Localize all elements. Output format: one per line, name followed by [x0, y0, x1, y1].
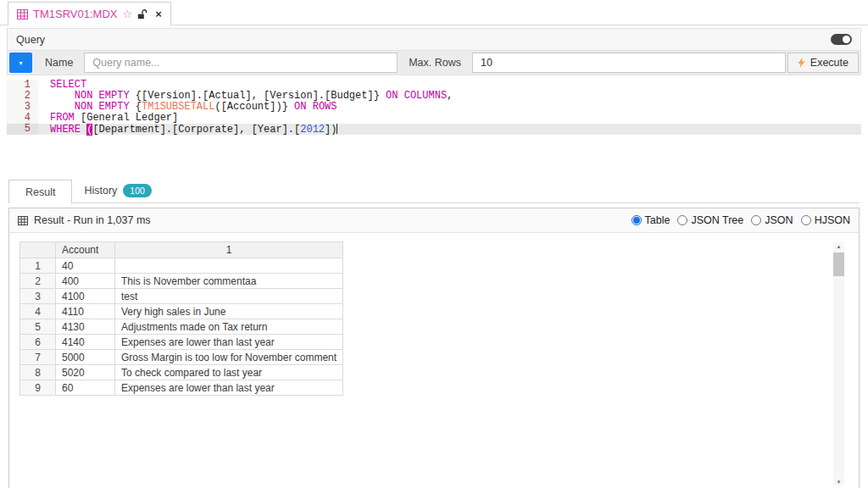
favorite-star-icon[interactable]: ☆ — [122, 8, 132, 20]
column-header: 1 — [115, 242, 343, 258]
view-option-label: JSON — [765, 214, 793, 226]
code-token: { — [130, 101, 142, 113]
table-row[interactable]: 54130Adjustments made on Tax return — [20, 319, 343, 335]
code-text: WHERE ([Department].[Corporate], [Year].… — [38, 124, 337, 135]
execute-button-label: Execute — [810, 57, 849, 69]
view-option-label: JSON Tree — [691, 214, 743, 226]
code-token: {[Version].[Actual], [Version].[Budget]} — [130, 90, 386, 102]
line-number: 3 — [7, 102, 38, 113]
comment-cell: Very high sales in June — [115, 304, 343, 319]
code-token: ON COLUMNS — [386, 90, 447, 102]
row-number-cell: 4 — [20, 304, 56, 319]
scrollbar-thumb[interactable] — [833, 252, 844, 276]
lightning-bolt-icon — [798, 58, 805, 68]
column-header — [20, 242, 56, 258]
result-run-time: Result - Run in 1,037 ms — [34, 214, 151, 226]
code-token: 2012 — [300, 124, 325, 136]
query-section-header: Query — [7, 28, 861, 51]
table-grid-icon — [17, 9, 28, 19]
code-token: NON EMPTY — [75, 101, 130, 113]
tab-result[interactable]: Result — [8, 180, 72, 203]
view-option-hjson[interactable]: HJSON — [801, 214, 850, 226]
code-token: , — [447, 90, 453, 102]
scroll-down-icon[interactable]: ▼ — [833, 478, 844, 485]
document-tab[interactable]: TM1SRV01:MDX ☆ × — [8, 2, 171, 25]
table-row[interactable]: 85020To check compared to last year — [20, 365, 343, 380]
row-number-cell: 9 — [20, 380, 56, 396]
code-token: WHERE — [50, 124, 81, 136]
query-name-input[interactable] — [84, 53, 398, 73]
comment-cell: Adjustments made on Tax return — [115, 319, 343, 335]
code-line: 5WHERE ([Department].[Corporate], [Year]… — [7, 124, 861, 135]
radio-icon — [751, 215, 761, 225]
code-token: [General Ledger] — [75, 112, 178, 124]
chevron-down-icon: ▾ — [19, 59, 22, 67]
code-token — [50, 90, 75, 102]
query-panel-toggle[interactable] — [831, 34, 852, 45]
result-view-switcher: TableJSON TreeJSONHJSON — [624, 214, 850, 226]
code-token: NON EMPTY — [75, 90, 130, 102]
document-tab-bar: TM1SRV01:MDX ☆ × — [0, 0, 868, 25]
account-cell: 60 — [56, 380, 115, 396]
max-rows-label: Max. Rows — [398, 53, 472, 73]
code-token: ON ROWS — [294, 101, 337, 113]
max-rows-input[interactable] — [472, 53, 786, 73]
table-row[interactable]: 64140Expenses are lower than last year — [20, 335, 343, 350]
view-option-table[interactable]: Table — [632, 214, 670, 226]
table-row[interactable]: 34100test — [20, 289, 343, 304]
comment-cell: Gross Margin is too low for November com… — [115, 350, 343, 365]
view-option-json[interactable]: JSON — [751, 214, 793, 226]
table-row[interactable]: 44110Very high sales in June — [20, 304, 343, 319]
table-grid-icon — [18, 216, 28, 225]
code-token: TM1SUBSETALL — [142, 101, 214, 113]
row-number-cell: 5 — [20, 319, 56, 335]
result-tab-bar: Result History 100 — [8, 179, 860, 203]
account-cell: 4100 — [56, 289, 115, 304]
table-row[interactable]: 140 — [20, 258, 343, 274]
line-number: 2 — [7, 91, 38, 102]
query-section-title: Query — [16, 34, 45, 46]
code-line: 4FROM [General Ledger] — [7, 113, 861, 124]
execute-button[interactable]: Execute — [787, 53, 859, 73]
radio-icon — [801, 215, 811, 225]
row-number-cell: 7 — [20, 350, 56, 365]
comment-cell: test — [115, 289, 343, 304]
account-cell: 400 — [56, 274, 115, 289]
row-number-cell: 6 — [20, 335, 56, 350]
close-icon[interactable]: × — [155, 8, 162, 20]
result-table-body: 1402400This is November commentaa34100te… — [20, 258, 343, 396]
unlock-icon[interactable] — [137, 9, 147, 19]
view-option-label: Table — [645, 214, 670, 226]
radio-icon — [677, 215, 687, 225]
row-number-cell: 2 — [20, 274, 56, 289]
table-row[interactable]: 960Expenses are lower than last year — [20, 380, 343, 396]
code-text: FROM [General Ledger] — [38, 113, 178, 124]
view-option-json-tree[interactable]: JSON Tree — [677, 214, 743, 226]
history-count-badge: 100 — [123, 184, 152, 198]
account-cell: 5020 — [56, 365, 115, 380]
account-cell: 5000 — [56, 350, 115, 365]
account-cell: 4110 — [56, 304, 115, 319]
table-row[interactable]: 2400This is November commentaa — [20, 274, 343, 289]
comment-cell: This is November commentaa — [115, 274, 343, 289]
tab-history[interactable]: History 100 — [72, 179, 163, 202]
table-row[interactable]: 75000Gross Margin is too low for Novembe… — [20, 350, 343, 365]
tab-history-label: History — [84, 185, 117, 197]
line-number: 4 — [7, 113, 38, 124]
tab-title: TM1SRV01:MDX — [33, 8, 117, 20]
radio-icon — [632, 215, 642, 225]
scroll-up-icon[interactable]: ▲ — [833, 242, 844, 250]
comment-cell: To check compared to last year — [115, 365, 343, 380]
comment-cell: Expenses are lower than last year — [115, 335, 343, 350]
view-option-label: HJSON — [815, 214, 850, 226]
line-number: 1 — [7, 80, 38, 91]
result-table-head: Account1 — [20, 242, 343, 258]
code-token: ]) — [325, 124, 337, 136]
vertical-scrollbar[interactable]: ▲ ▼ — [833, 242, 844, 485]
text-cursor — [337, 124, 337, 134]
row-number-cell: 1 — [20, 258, 56, 274]
mdx-code-editor[interactable]: 1SELECT2 NON EMPTY {[Version].[Actual], … — [0, 75, 868, 170]
account-cell: 4130 — [56, 319, 115, 335]
query-options-dropdown-button[interactable]: ▾ — [9, 53, 32, 73]
comment-cell — [115, 258, 343, 274]
